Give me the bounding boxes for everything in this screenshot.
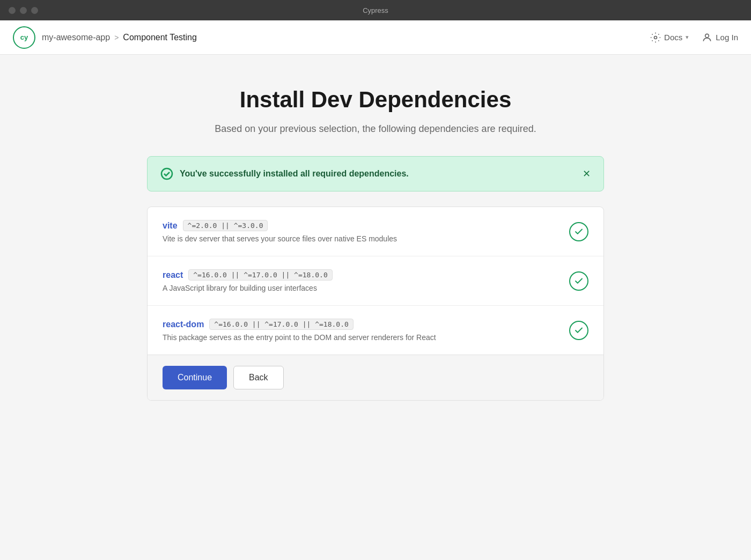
header-left: cy my-awesome-app > Component Testing xyxy=(13,26,197,49)
dep-description: This package serves as the entry point t… xyxy=(163,333,436,342)
minimize-dot xyxy=(20,7,27,14)
window-controls xyxy=(9,7,38,14)
breadcrumb-current: Component Testing xyxy=(123,33,197,42)
dep-description: A JavaScript library for building user i… xyxy=(163,284,333,292)
dep-version: ^=2.0.0 || ^=3.0.0 xyxy=(183,220,268,231)
svg-point-0 xyxy=(654,36,657,39)
header: cy my-awesome-app > Component Testing Do… xyxy=(0,20,751,55)
close-banner-button[interactable]: ✕ xyxy=(583,169,591,179)
titlebar: Cypress xyxy=(0,0,751,20)
card-footer: Continue Back xyxy=(148,355,603,400)
success-banner: You've successfully installed all requir… xyxy=(147,156,604,191)
dependency-item: react-dom ^=16.0.0 || ^=17.0.0 || ^=18.0… xyxy=(148,305,603,355)
dep-info: react-dom ^=16.0.0 || ^=17.0.0 || ^=18.0… xyxy=(163,319,436,342)
checkmark-icon xyxy=(574,276,584,286)
dependency-item: react ^=16.0.0 || ^=17.0.0 || ^=18.0.0 A… xyxy=(148,256,603,305)
continue-button[interactable]: Continue xyxy=(163,366,227,389)
dep-name: vite xyxy=(163,221,178,231)
maximize-dot xyxy=(31,7,38,14)
docs-icon xyxy=(650,32,661,43)
dep-check-icon xyxy=(569,321,588,340)
page-subtitle: Based on your previous selection, the fo… xyxy=(147,123,604,135)
dep-version: ^=16.0.0 || ^=17.0.0 || ^=18.0.0 xyxy=(209,319,353,330)
success-check-icon xyxy=(160,167,173,180)
docs-button[interactable]: Docs ▾ xyxy=(650,32,689,43)
breadcrumb-app: my-awesome-app xyxy=(42,33,110,42)
dependency-item: vite ^=2.0.0 || ^=3.0.0 Vite is dev serv… xyxy=(148,207,603,256)
docs-label: Docs xyxy=(664,33,682,42)
dep-name: react-dom xyxy=(163,320,204,329)
svg-point-2 xyxy=(161,168,172,179)
dep-name-row: react-dom ^=16.0.0 || ^=17.0.0 || ^=18.0… xyxy=(163,319,436,330)
user-icon xyxy=(702,32,712,43)
checkmark-icon xyxy=(574,326,584,335)
breadcrumb: my-awesome-app > Component Testing xyxy=(42,33,197,42)
dep-check-icon xyxy=(569,271,588,291)
login-label: Log In xyxy=(716,33,738,42)
dep-name-row: vite ^=2.0.0 || ^=3.0.0 xyxy=(163,220,397,231)
chevron-down-icon: ▾ xyxy=(686,34,689,41)
dep-info: react ^=16.0.0 || ^=17.0.0 || ^=18.0.0 A… xyxy=(163,269,333,292)
dep-name-row: react ^=16.0.0 || ^=17.0.0 || ^=18.0.0 xyxy=(163,269,333,281)
main-content: Install Dev Dependencies Based on your p… xyxy=(134,55,617,422)
dependency-list: vite ^=2.0.0 || ^=3.0.0 Vite is dev serv… xyxy=(148,207,603,355)
titlebar-title: Cypress xyxy=(363,6,388,14)
success-text: You've successfully installed all requir… xyxy=(180,169,409,179)
header-right: Docs ▾ Log In xyxy=(650,32,738,43)
page-title: Install Dev Dependencies xyxy=(147,87,604,113)
dep-name: react xyxy=(163,270,183,280)
close-dot xyxy=(9,7,16,14)
login-button[interactable]: Log In xyxy=(702,32,738,43)
svg-point-1 xyxy=(705,34,709,38)
success-banner-left: You've successfully installed all requir… xyxy=(160,167,409,180)
cypress-logo: cy xyxy=(13,26,35,49)
breadcrumb-separator: > xyxy=(114,33,119,42)
back-button[interactable]: Back xyxy=(233,366,284,389)
checkmark-icon xyxy=(574,227,584,237)
dep-version: ^=16.0.0 || ^=17.0.0 || ^=18.0.0 xyxy=(188,269,332,281)
dep-info: vite ^=2.0.0 || ^=3.0.0 Vite is dev serv… xyxy=(163,220,397,243)
dep-check-icon xyxy=(569,222,588,241)
dependencies-card: vite ^=2.0.0 || ^=3.0.0 Vite is dev serv… xyxy=(147,207,604,401)
dep-description: Vite is dev server that serves your sour… xyxy=(163,234,397,243)
